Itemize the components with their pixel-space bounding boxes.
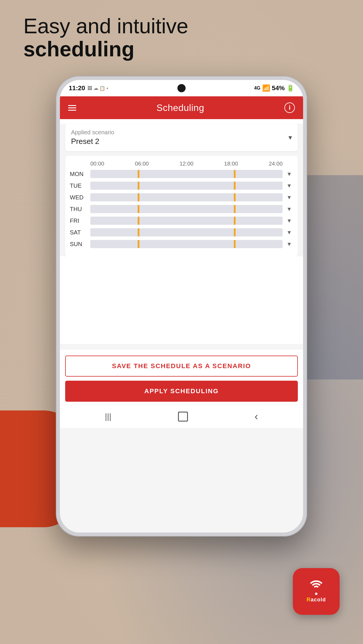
content-spacer — [60, 256, 303, 344]
time-18: 18:00 — [224, 161, 238, 167]
status-left: 11:20 🖼 ☁ 📋 • — [69, 84, 108, 92]
hamburger-line3 — [68, 110, 76, 111]
info-button[interactable]: i — [284, 102, 295, 113]
marker-sat-6 — [138, 228, 139, 236]
phone-frame: 11:20 🖼 ☁ 📋 • 4G 📶 54% 🔋 Sche — [56, 76, 307, 537]
info-letter: i — [289, 104, 291, 112]
scenario-label: Applied scenario — [71, 129, 114, 136]
scenario-selector[interactable]: Applied scenario Preset 2 ▾ — [65, 124, 298, 151]
app-content: Applied scenario Preset 2 ▾ 00:00 06:00 … — [60, 124, 303, 532]
day-label-thu: THU — [70, 206, 90, 213]
wifi-icon — [306, 580, 326, 595]
marker-mon-6 — [138, 170, 139, 178]
scenario-value: Preset 2 — [71, 137, 99, 146]
nav-home-button[interactable] — [178, 412, 188, 422]
marker-sat-18 — [234, 228, 236, 236]
status-icons: 🖼 ☁ 📋 • — [87, 86, 108, 91]
day-chevron-thu: ▾ — [285, 205, 293, 213]
time-00: 00:00 — [90, 161, 104, 167]
day-bar-thu — [90, 205, 283, 213]
day-bar-sun — [90, 240, 283, 248]
back-icon: ‹ — [255, 410, 258, 423]
day-chevron-sat: ▾ — [285, 229, 293, 236]
battery-icon: 🔋 — [286, 84, 294, 92]
day-label-mon: MON — [70, 171, 90, 177]
header-line1: Easy and intuitive — [23, 15, 188, 38]
recents-icon: ||| — [105, 412, 111, 421]
time-06: 06:00 — [135, 161, 149, 167]
day-bar-mon — [90, 170, 283, 178]
marker-sun-18 — [234, 240, 236, 248]
day-chevron-wed: ▾ — [285, 194, 293, 201]
time-12: 12:00 — [179, 161, 193, 167]
day-bar-fri — [90, 217, 283, 225]
nav-back-button[interactable]: ‹ — [255, 410, 258, 423]
hamburger-line1 — [68, 105, 76, 106]
day-bar-sat — [90, 228, 283, 236]
marker-thu-18 — [234, 205, 236, 213]
scenario-info: Applied scenario Preset 2 — [71, 129, 114, 146]
day-bar-tue — [90, 182, 283, 190]
day-row-thu[interactable]: THU ▾ — [70, 205, 293, 213]
header-section: Easy and intuitive scheduling — [23, 15, 188, 61]
save-scenario-button[interactable]: SAVE THE SCHEDULE AS A SCENARIO — [65, 356, 298, 377]
day-label-sat: SAT — [70, 229, 90, 236]
battery-level: 54% — [272, 84, 285, 92]
wifi-dot — [315, 593, 317, 595]
day-label-fri: FRI — [70, 217, 90, 224]
camera-notch — [177, 84, 186, 92]
signal-icon: 4G — [254, 86, 260, 91]
marker-tue-6 — [138, 182, 139, 190]
schedule-grid: 00:00 06:00 12:00 18:00 24:00 MON ▾ — [65, 156, 298, 256]
day-row-sun[interactable]: SUN ▾ — [70, 240, 293, 248]
racold-r-letter: R — [307, 597, 311, 603]
day-label-tue: TUE — [70, 182, 90, 189]
status-right: 4G 📶 54% 🔋 — [254, 84, 294, 92]
phone-mockup: 11:20 🖼 ☁ 📋 • 4G 📶 54% 🔋 Sche — [56, 76, 307, 537]
phone-screen: 11:20 🖼 ☁ 📋 • 4G 📶 54% 🔋 Sche — [60, 80, 303, 532]
marker-fri-18 — [234, 217, 236, 225]
wifi-arc-small — [313, 586, 320, 593]
day-chevron-mon: ▾ — [285, 170, 293, 178]
marker-thu-6 — [138, 205, 139, 213]
nav-recents-button[interactable]: ||| — [105, 412, 111, 421]
buttons-area: SAVE THE SCHEDULE AS A SCENARIO APPLY SC… — [60, 350, 303, 405]
day-bar-wed — [90, 193, 283, 201]
hamburger-button[interactable] — [68, 105, 76, 111]
marker-fri-6 — [138, 217, 139, 225]
scenario-chevron: ▾ — [288, 133, 292, 142]
home-icon — [178, 412, 188, 422]
signal-bars: 📶 — [262, 84, 270, 92]
day-row-wed[interactable]: WED ▾ — [70, 193, 293, 201]
marker-sun-6 — [138, 240, 139, 248]
time-header: 00:00 06:00 12:00 18:00 24:00 — [90, 161, 293, 167]
day-chevron-tue: ▾ — [285, 182, 293, 189]
hamburger-line2 — [68, 107, 76, 108]
nav-bar: ||| ‹ — [60, 405, 303, 428]
apply-scheduling-button[interactable]: APPLY SCHEDULING — [65, 381, 298, 402]
app-title: Scheduling — [156, 102, 204, 113]
day-chevron-fri: ▾ — [285, 217, 293, 224]
day-label-sun: SUN — [70, 241, 90, 248]
day-row-sat[interactable]: SAT ▾ — [70, 228, 293, 236]
day-row-fri[interactable]: FRI ▾ — [70, 217, 293, 225]
status-time: 11:20 — [69, 84, 85, 92]
day-row-mon[interactable]: MON ▾ — [70, 170, 293, 178]
app-bar: Scheduling i — [60, 96, 303, 119]
racold-badge: Racold — [293, 568, 340, 615]
day-label-wed: WED — [70, 194, 90, 201]
day-row-tue[interactable]: TUE ▾ — [70, 182, 293, 190]
time-24: 24:00 — [269, 161, 283, 167]
marker-wed-18 — [234, 193, 236, 201]
marker-wed-6 — [138, 193, 139, 201]
marker-tue-18 — [234, 182, 236, 190]
header-line2: scheduling — [23, 38, 188, 61]
marker-mon-18 — [234, 170, 236, 178]
day-chevron-sun: ▾ — [285, 240, 293, 248]
